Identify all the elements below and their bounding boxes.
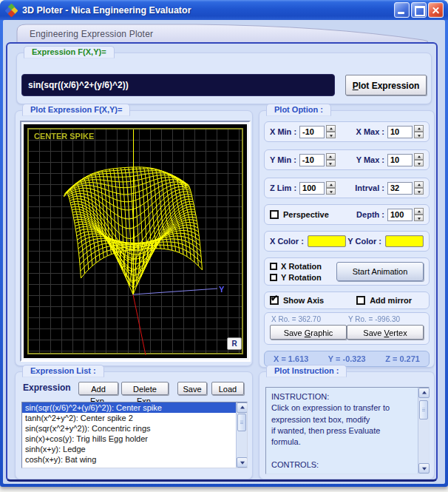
plot-instruction-label: Plot Instruction : — [266, 365, 347, 377]
expression-input[interactable] — [21, 74, 335, 96]
delete-expression-button[interactable]: Delete Exp. — [121, 382, 169, 395]
spinner-down-button[interactable] — [414, 132, 424, 138]
scroll-up-icon[interactable] — [418, 388, 430, 398]
interval-value[interactable]: 32 — [387, 182, 413, 195]
save-row: X Ro. = 362.70 Save Graphic Y Ro. = -996… — [264, 312, 430, 345]
y-rotation-checkbox[interactable]: ✔ — [270, 274, 277, 281]
plot-options-label: Plot Option : — [266, 104, 331, 116]
app-icon — [6, 4, 18, 16]
spinner-down-button[interactable] — [326, 132, 336, 138]
y-max-spinner: 10 — [387, 153, 424, 166]
x-max-label: X Max : — [356, 127, 384, 136]
expression-list-item[interactable]: sinh(x+y): Ledge — [22, 444, 247, 454]
coordinate-y: Y = -0.323 — [328, 354, 366, 363]
instruction-scrollbar[interactable] — [418, 388, 429, 474]
add-mirror-label: Add mirror — [370, 296, 412, 305]
x-max-value[interactable]: 10 — [387, 126, 413, 138]
y-min-spinner: -10 — [299, 153, 336, 166]
spinner-up-button[interactable] — [414, 208, 424, 215]
x-min-value[interactable]: -10 — [299, 126, 325, 138]
spinner-up-button[interactable] — [414, 125, 424, 132]
plot-expression-button[interactable]: Plot Expression — [345, 75, 427, 95]
x-color-swatch[interactable] — [308, 235, 346, 247]
checkbox-check-icon: ✔ — [271, 293, 278, 303]
spinner-down-button[interactable] — [414, 215, 424, 221]
y-max-value[interactable]: 10 — [387, 154, 413, 166]
instruction-textbox[interactable]: INSTRUCTION: Click on expression to tran… — [265, 387, 430, 474]
scroll-up-icon[interactable] — [237, 402, 248, 413]
y-max-label: Y Max : — [356, 155, 384, 164]
expression-list-item[interactable]: sin(x)+cos(y): Trig hills Egg holder — [22, 434, 247, 444]
save-graphic-button[interactable]: Save Graphic — [270, 325, 347, 340]
app-window: 3D Ploter - Nica Engineering Evaluator E… — [0, 0, 448, 487]
spinner-up-button[interactable] — [326, 181, 336, 188]
save-list-button[interactable]: Save — [177, 382, 207, 395]
rotation-row: ✔ X Rotation ✔ Y Rotation Start Animatio… — [264, 257, 430, 286]
plot-canvas[interactable] — [24, 124, 247, 358]
expression-list-group: Expression List : Expression Add Exp. De… — [15, 371, 253, 479]
expression-list-item[interactable]: cosh(x+y): Bat wing — [22, 454, 247, 465]
expression-listbox: sin(sqr((x/6)^2+(y/6)^2)): Center spike … — [21, 402, 248, 468]
x-rotation-value: X Ro. = 362.70 — [271, 315, 347, 323]
list-scrollbar[interactable] — [236, 402, 247, 468]
expression-group: Expression F(X,Y)= Plot Expression — [16, 53, 432, 104]
expression-list-item[interactable]: sin(sqr(x^2+y^2)): Concentric rings — [22, 423, 247, 434]
scroll-down-icon[interactable] — [418, 463, 430, 474]
scroll-down-icon[interactable] — [237, 457, 248, 468]
minimize-button[interactable] — [394, 2, 410, 18]
spinner-down-button[interactable] — [414, 188, 424, 195]
spinner-down-button[interactable] — [326, 160, 336, 166]
spinner-up-button[interactable] — [414, 153, 424, 160]
expression-list-item[interactable]: sin(sqr((x/6)^2+(y/6)^2)): Center spike — [22, 402, 247, 413]
show-axis-label: Show Axis — [283, 296, 324, 305]
window-title: 3D Ploter - Nica Engineering Evaluator — [22, 5, 394, 16]
x-rotation-checkbox[interactable]: ✔ — [270, 263, 277, 270]
spinner-down-button[interactable] — [326, 188, 336, 195]
y-color-swatch[interactable] — [385, 235, 424, 247]
maximize-button[interactable] — [411, 2, 427, 18]
perspective-checkbox[interactable]: ✔ — [270, 210, 279, 219]
add-mirror-checkbox[interactable]: ✔ — [356, 296, 365, 305]
spinner-up-button[interactable] — [414, 181, 424, 188]
titlebar: 3D Ploter - Nica Engineering Evaluator — [0, 0, 448, 20]
z-lim-label: Z Lim : — [270, 183, 296, 192]
color-row: X Color : Y Color : — [264, 231, 430, 252]
coordinate-x: X = 1.613 — [274, 354, 308, 363]
save-vertex-button[interactable]: Save Vertex — [347, 325, 424, 340]
spinner-up-button[interactable] — [326, 125, 336, 132]
plot-options-group: Plot Option : X Min : -10 X Max : 10 — [259, 110, 435, 368]
spinner-up-button[interactable] — [326, 153, 336, 160]
plot-instruction-group: Plot Instruction : INSTRUCTION: Click on… — [259, 371, 435, 479]
perspective-depth-row: ✔ Perspective Depth : 100 — [264, 204, 430, 225]
reset-view-button[interactable]: R — [227, 337, 242, 350]
load-list-button[interactable]: Load — [211, 382, 244, 395]
add-expression-button[interactable]: Add Exp. — [78, 382, 118, 395]
axis-mirror-row: ✔ Show Axis ✔ Add mirror — [264, 292, 430, 309]
y-min-label: Y Min : — [270, 155, 296, 164]
y-min-value[interactable]: -10 — [299, 154, 325, 166]
scrollbar-thumb[interactable] — [419, 400, 428, 419]
z-lim-value[interactable]: 100 — [299, 182, 325, 195]
show-axis-checkbox[interactable]: ✔ — [270, 296, 279, 305]
depth-value[interactable]: 100 — [387, 209, 413, 221]
coordinate-z: Z = 0.271 — [385, 354, 420, 363]
scrollbar-thumb[interactable] — [237, 414, 246, 431]
spinner-down-button[interactable] — [414, 160, 424, 166]
x-max-spinner: 10 — [387, 125, 424, 138]
depth-spinner: 100 — [387, 208, 424, 221]
x-min-label: X Min : — [270, 127, 296, 136]
y-color-label: Y Color : — [347, 237, 381, 246]
y-rotation-label: Y Rotation — [281, 273, 322, 282]
y-rotation-value: Y Ro. = -996.30 — [348, 315, 424, 323]
y-range-row: Y Min : -10 Y Max : 10 — [264, 149, 430, 170]
depth-label: Depth : — [356, 210, 384, 219]
main-panel: Expression F(X,Y)= Plot Expression Plot … — [6, 42, 438, 482]
expression-list-item[interactable]: tanh(x^2+y^2): Center spike 2 — [22, 413, 247, 423]
tab-label: Engineering Expression Ploter — [30, 29, 153, 39]
x-min-spinner: -10 — [299, 125, 336, 138]
close-button[interactable] — [428, 2, 444, 18]
start-animation-button[interactable]: Start Animation — [336, 262, 424, 281]
z-lim-spinner: 100 — [299, 181, 336, 195]
perspective-label: Perspective — [283, 210, 329, 219]
expression-group-label: Expression F(X,Y)= — [24, 46, 115, 58]
